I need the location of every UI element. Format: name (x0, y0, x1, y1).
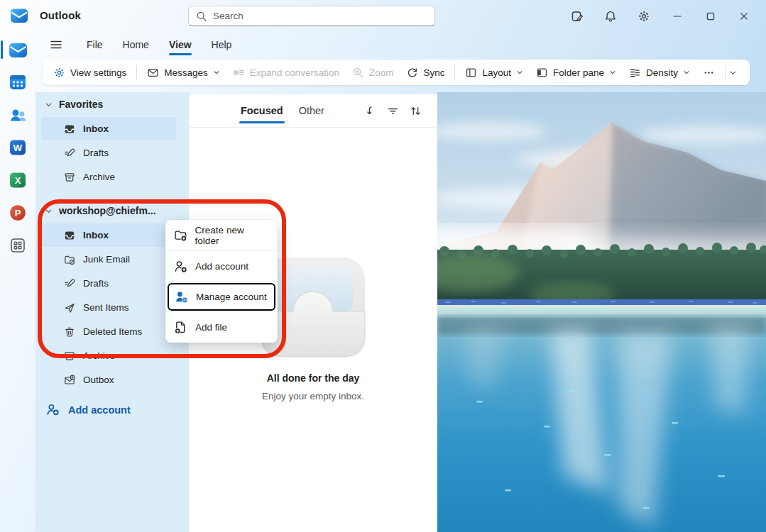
arrow-down-icon[interactable] (364, 105, 376, 117)
svg-text:X: X (15, 175, 21, 186)
menu-item-add-file[interactable]: Add file (165, 312, 278, 343)
file-add-icon (174, 321, 187, 334)
menu-view[interactable]: View (159, 36, 202, 53)
rail-mail-item[interactable] (6, 38, 29, 61)
layout-icon (465, 67, 477, 79)
minimize-icon[interactable] (660, 0, 694, 32)
chevron-down-icon (683, 69, 690, 76)
drafts-icon (64, 278, 75, 289)
rail-word-item[interactable]: W (6, 136, 29, 159)
toolbar-divider (454, 65, 455, 79)
person-add-icon (174, 260, 187, 273)
folder-item-label: Archive (83, 350, 115, 361)
outlook-logo-icon[interactable] (10, 6, 28, 25)
word-icon: W (9, 138, 27, 157)
folder-item-outbox[interactable]: Outbox (41, 368, 176, 392)
junk-email-icon (64, 254, 75, 265)
folder-item-label: Outbox (83, 375, 114, 385)
menu-item-label: Manage account (196, 292, 267, 302)
rail-powerpoint-item[interactable]: P (6, 201, 29, 224)
chevron-down-icon (45, 101, 53, 109)
folder-item-junk-email[interactable]: Junk Email (41, 248, 176, 271)
chevron-down-icon (213, 69, 220, 76)
more-ellipsis-icon (703, 67, 715, 79)
apps-grid-icon (9, 236, 27, 255)
tab-focused[interactable]: Focused (239, 102, 285, 119)
expand-conversation-label: Expand conversation (250, 67, 339, 78)
rail-calendar-item[interactable] (6, 71, 29, 94)
search-input-container[interactable] (188, 6, 435, 26)
rail-apps-item[interactable] (6, 234, 29, 257)
toolbar-more-button[interactable] (696, 62, 721, 82)
view-settings-button[interactable]: View settings (47, 62, 133, 82)
settings-gear-icon[interactable] (627, 0, 660, 32)
zoom-magnifier-icon (352, 67, 364, 79)
account-section-title: workshop@chiefm... (59, 205, 156, 216)
favorites-section-header[interactable]: Favorites (35, 92, 189, 116)
toolbar-divider (136, 65, 137, 79)
app-rail: W X P (0, 32, 35, 532)
close-icon[interactable] (727, 0, 760, 32)
feedback-icon[interactable] (560, 0, 593, 32)
folder-item-deleted-items[interactable]: Deleted Items (41, 320, 176, 343)
messages-envelope-icon (147, 67, 159, 79)
folder-item-label: Drafts (83, 148, 109, 158)
outlook-mail-icon (9, 40, 28, 60)
density-label: Density (646, 67, 678, 78)
folder-item-inbox[interactable]: Inbox (41, 223, 176, 247)
rail-excel-item[interactable]: X (6, 169, 29, 192)
folder-item-inbox[interactable]: Inbox (41, 117, 176, 140)
reading-pane-photo (437, 92, 766, 532)
empty-state-text: All done for the day Enjoy your empty in… (189, 372, 437, 401)
folder-item-drafts[interactable]: Drafts (41, 141, 176, 165)
sort-icon[interactable] (410, 105, 422, 117)
archive-icon (64, 172, 75, 183)
notifications-bell-icon[interactable] (593, 0, 627, 32)
sync-button[interactable]: Sync (400, 62, 451, 82)
tab-other[interactable]: Other (297, 102, 326, 119)
account-section-header[interactable]: workshop@chiefm... (35, 199, 189, 223)
folder-item-drafts[interactable]: Drafts (41, 272, 176, 295)
menu-home[interactable]: Home (113, 36, 159, 53)
inbox-icon (64, 123, 75, 135)
app-title: Outlook (40, 9, 81, 21)
filter-icon[interactable] (387, 105, 399, 117)
menu-file[interactable]: File (77, 36, 113, 53)
rail-people-item[interactable] (6, 104, 29, 126)
person-add-icon (46, 403, 60, 416)
folder-pane-icon (536, 67, 548, 79)
menu-item-create-new-folder[interactable]: Create new folder (165, 220, 278, 250)
archive-icon (64, 350, 75, 362)
folder-pane-button[interactable]: Folder pane (530, 62, 623, 82)
layout-button[interactable]: Layout (459, 62, 530, 82)
messages-label: Messages (164, 67, 208, 78)
zoom-button: Zoom (346, 62, 400, 82)
add-account-button[interactable]: Add account (46, 403, 189, 416)
folder-pane-label: Folder pane (553, 67, 604, 78)
drafts-icon (64, 148, 75, 159)
search-icon (196, 11, 207, 22)
toolbar-overflow-dropdown[interactable] (729, 62, 745, 82)
chevron-down-icon (609, 69, 616, 76)
menu-item-add-account[interactable]: Add account (165, 251, 278, 282)
folder-item-label: Inbox (83, 230, 109, 240)
density-button[interactable]: Density (623, 62, 696, 82)
empty-state-title: All done for the day (189, 372, 437, 384)
menu-item-manage-account[interactable]: Manage account (168, 283, 275, 311)
messages-button[interactable]: Messages (141, 62, 226, 82)
menu-help[interactable]: Help (202, 36, 242, 53)
folder-item-sent-items[interactable]: Sent Items (41, 296, 176, 319)
folder-item-archive[interactable]: Archive (41, 165, 176, 189)
folder-item-label: Deleted Items (83, 326, 142, 337)
search-input[interactable] (213, 11, 427, 21)
account-context-menu: Create new folder Add account Manage acc… (165, 220, 278, 343)
folder-item-archive[interactable]: Archive (41, 344, 176, 367)
sent-items-icon (64, 302, 75, 314)
hamburger-menu-icon[interactable] (47, 35, 65, 54)
outbox-icon (64, 375, 75, 386)
maximize-icon[interactable] (694, 0, 727, 32)
add-account-label: Add account (68, 404, 131, 416)
chevron-down-icon (516, 69, 523, 76)
folder-item-label: Archive (83, 172, 115, 182)
sync-label: Sync (423, 67, 444, 78)
